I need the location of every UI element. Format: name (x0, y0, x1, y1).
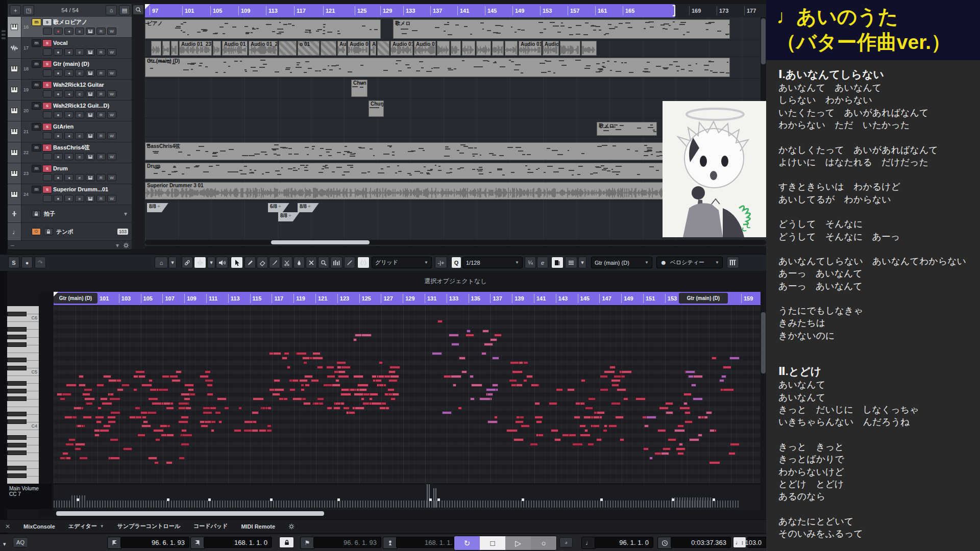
midi-note[interactable] (521, 424, 529, 428)
midi-note[interactable] (284, 352, 289, 355)
black-key[interactable] (7, 450, 27, 455)
midi-note[interactable] (482, 330, 489, 333)
scroll-thumb[interactable] (761, 312, 766, 373)
midi-note[interactable] (158, 388, 168, 391)
midi-note[interactable] (201, 424, 208, 428)
midi-note[interactable] (689, 438, 699, 441)
midi-note[interactable] (287, 366, 290, 369)
clip-audio-event[interactable] (437, 41, 450, 56)
midi-note[interactable] (163, 402, 170, 405)
timesig-track-row[interactable]: 拍子▾ (8, 205, 132, 223)
midi-note[interactable] (147, 411, 156, 414)
clip-Gtr (main) (D)[interactable]: Gtr (main) (D) (145, 58, 730, 77)
midi-note[interactable] (211, 429, 214, 432)
clip-o 01[interactable]: o 01 (298, 41, 320, 56)
midi-note[interactable] (182, 434, 192, 437)
clip-audio-event[interactable] (492, 41, 504, 56)
midi-note[interactable] (609, 366, 616, 369)
monitor-button[interactable]: ◂ (64, 69, 74, 77)
read-automation-button[interactable]: R (96, 28, 106, 35)
midi-note[interactable] (60, 397, 65, 400)
midi-note[interactable] (531, 384, 538, 387)
track-row-GtArien[interactable]: 21msGtArien●◂eRW (8, 121, 132, 142)
midi-note[interactable] (730, 443, 740, 446)
black-key[interactable] (7, 412, 27, 416)
midi-note[interactable] (442, 411, 451, 414)
clip-audio-event[interactable] (321, 41, 336, 56)
cc-controller-lane[interactable] (54, 484, 761, 510)
midi-note[interactable] (338, 375, 349, 378)
input-chain-box[interactable] (43, 174, 52, 181)
midi-note[interactable] (135, 407, 141, 410)
editor-start-marker[interactable] (54, 292, 58, 296)
read-automation-button[interactable]: R (96, 174, 106, 181)
midi-note[interactable] (349, 411, 355, 414)
midi-note[interactable] (184, 384, 194, 387)
instrument-icon[interactable] (86, 174, 95, 181)
midi-note[interactable] (340, 402, 345, 405)
midi-note[interactable] (523, 379, 528, 382)
midi-note[interactable] (317, 366, 323, 369)
black-key[interactable] (7, 358, 27, 362)
monitor-button[interactable]: ◂ (64, 90, 74, 97)
midi-note[interactable] (523, 361, 528, 364)
midi-note[interactable] (282, 357, 287, 360)
midi-note[interactable] (389, 366, 400, 369)
midi-note[interactable] (304, 375, 313, 378)
expand-icon[interactable]: ▾ (116, 242, 119, 249)
midi-note[interactable] (314, 402, 319, 405)
midi-note[interactable] (95, 416, 104, 419)
clip-Audio 01_24[interactable]: Audio 01_24 (249, 41, 278, 56)
midi-note[interactable] (259, 429, 266, 432)
midi-note[interactable] (181, 429, 187, 432)
midi-note[interactable] (84, 397, 95, 400)
midi-note[interactable] (179, 457, 185, 460)
midi-note[interactable] (661, 452, 669, 455)
midi-note[interactable] (580, 434, 591, 437)
clip-audio-event[interactable] (581, 41, 597, 56)
timesig-marker-8-8[interactable]: 8/8+ (298, 203, 319, 212)
midi-note[interactable] (211, 420, 216, 423)
midi-note[interactable] (388, 379, 398, 382)
midi-note[interactable] (292, 397, 302, 400)
midi-note[interactable] (588, 397, 595, 400)
mute-tool-icon[interactable] (306, 257, 317, 268)
midi-note[interactable] (84, 388, 92, 391)
midi-note[interactable] (635, 397, 646, 400)
solo-button[interactable]: s (42, 102, 52, 110)
tab-サンプラーコントロール[interactable]: サンプラーコントロール (117, 522, 180, 530)
midi-note[interactable] (372, 375, 377, 378)
midi-note[interactable] (512, 370, 523, 373)
window-zones-icon[interactable]: ⌂ (155, 257, 168, 268)
midi-note[interactable] (585, 407, 594, 410)
midi-note[interactable] (79, 375, 84, 378)
midi-note[interactable] (375, 379, 382, 382)
record-button[interactable]: ○ (531, 536, 556, 550)
midi-note[interactable] (385, 407, 389, 410)
timesig-marker-8-8[interactable]: 8/8+ (278, 212, 300, 221)
midi-note[interactable] (363, 393, 370, 396)
line-tool-icon[interactable] (344, 257, 355, 268)
cc-handle[interactable] (672, 498, 674, 501)
instrument-icon[interactable] (86, 195, 95, 202)
left-locator-icon[interactable] (107, 537, 121, 549)
track-row-BassChris4弦[interactable]: 22msBassChris4弦●◂eRW (8, 142, 132, 163)
midi-note[interactable] (458, 407, 462, 410)
midi-note[interactable] (169, 375, 178, 378)
midi-note[interactable] (487, 393, 493, 396)
monitor-button[interactable]: ◂ (64, 153, 74, 160)
solo-button[interactable]: s (42, 186, 52, 193)
split-tool-icon[interactable] (281, 257, 292, 268)
midi-note[interactable] (492, 384, 498, 387)
midi-note[interactable] (166, 407, 174, 410)
tempo-track-row[interactable]: ♩⏻テンポ103 (8, 223, 132, 241)
black-key[interactable] (7, 381, 27, 386)
mute-button[interactable]: m (32, 144, 41, 152)
record-enable-button[interactable]: ● (54, 48, 63, 56)
grid-relative-icon[interactable]: -|+ (435, 257, 447, 268)
cc-handle[interactable] (600, 498, 603, 501)
link-projects-icon[interactable] (182, 257, 193, 268)
midi-note[interactable] (572, 443, 583, 446)
edit-channel-button[interactable]: e (75, 90, 84, 97)
midi-note[interactable] (141, 424, 151, 428)
